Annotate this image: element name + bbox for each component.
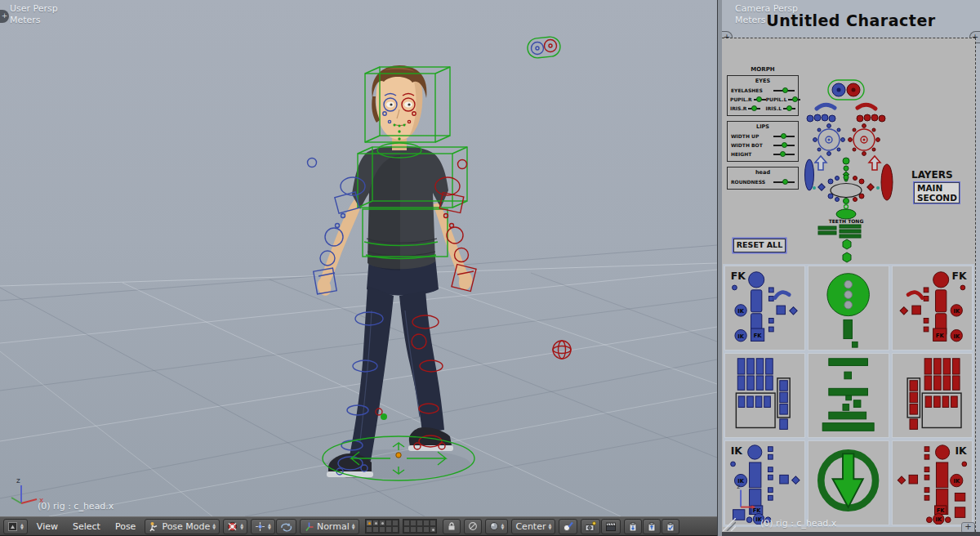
eye-controls[interactable] [813,124,880,156]
cell-root[interactable] [808,440,889,525]
layer-cell[interactable] [423,526,430,533]
chest-control[interactable] [829,359,868,366]
face-picker[interactable]: TEETH TONG [804,71,903,264]
chin-controls[interactable] [836,205,856,220]
layer-cell[interactable] [372,520,379,526]
finger-base-controls[interactable] [738,396,770,407]
teeth-tongue-controls[interactable] [818,225,861,262]
shoulder-control[interactable] [933,272,948,288]
layer-cell[interactable] [366,526,372,533]
layer-cell[interactable] [416,520,423,526]
reset-all-button[interactable]: RESET ALL [733,239,786,252]
layer-cell[interactable] [385,520,392,526]
menu-pose[interactable]: Pose [109,521,141,532]
layer-cell[interactable] [430,520,436,526]
spine1-control[interactable] [829,412,866,419]
snap-dropdown[interactable]: ▲▼ [485,519,509,534]
shading-dropdown[interactable]: ▲▼ [223,519,247,534]
pupil-l-slider[interactable] [788,99,800,100]
hip-control[interactable] [935,445,949,459]
menu-select[interactable]: Select [67,521,106,532]
menu-view[interactable]: View [31,521,64,532]
roundness-slider[interactable] [773,181,795,183]
layer-cell[interactable] [403,520,410,526]
thumb-controls[interactable] [780,381,788,430]
lock-button[interactable] [443,519,461,534]
layer-main[interactable]: MAIN [917,183,956,193]
thumb-controls[interactable] [910,381,918,430]
cell-leg-left[interactable]: IK IK FK [724,440,805,525]
upperarm-control[interactable] [751,290,761,312]
manipulator-mode-button[interactable] [276,519,296,534]
proportional-edit-button[interactable] [464,519,482,534]
layer-cell[interactable] [423,520,430,526]
orientation-dropdown[interactable]: Normal ▲▼ [300,519,359,534]
rig-sphere-control[interactable] [553,341,571,359]
layer-cell[interactable] [366,520,372,526]
layer-cell[interactable] [410,520,416,526]
cell-arm-right[interactable]: FK IK IK [892,266,973,351]
cell-fingers-left[interactable] [724,353,805,438]
height-slider[interactable] [773,154,795,155]
layer-cell[interactable] [392,520,399,526]
copy-pose-button[interactable] [624,519,642,534]
viewport-picker[interactable]: Camera Persp Meters Untitled Character +… [722,0,980,536]
hip-control[interactable] [748,445,762,459]
layer-cell[interactable] [410,526,416,533]
lips-title: LIPS [728,123,798,130]
thigh-control[interactable] [750,462,761,488]
paste-pose-button[interactable] [643,519,661,534]
finger-controls[interactable] [924,359,960,390]
foot-control[interactable] [955,507,964,518]
layer-cell[interactable] [392,526,399,533]
width-bot-slider[interactable] [773,145,795,146]
cell-head-neck[interactable] [808,266,889,351]
layer-cell[interactable] [385,526,392,533]
cell-fingers-right[interactable] [892,353,973,438]
layers-selector[interactable]: MAIN SECOND [913,181,960,204]
hips-control[interactable] [823,423,875,431]
layer-cell[interactable] [379,526,385,533]
layer-group-2[interactable] [403,519,437,534]
layer-group-1[interactable] [365,519,399,534]
iris-l-slider[interactable] [783,108,795,109]
spine2-control[interactable] [829,388,868,395]
editor-type-button[interactable]: ▲▼ [3,519,28,534]
width-up-slider[interactable] [773,136,795,137]
neck-control[interactable] [844,319,852,338]
upperarm-control[interactable] [935,290,946,312]
cell-leg-right[interactable]: IK IK FK [892,440,973,525]
eye-target-control[interactable] [828,80,864,100]
finger-base-controls[interactable] [925,396,957,407]
layer-cell[interactable] [416,526,423,533]
layer-cell[interactable] [379,520,385,526]
opengl-render-anim-button[interactable] [601,519,621,534]
layer-cell[interactable] [430,526,436,533]
pupil-r-slider[interactable] [754,99,766,100]
iris-r-slider[interactable] [748,108,760,109]
eyelashes-slider[interactable] [773,90,795,92]
layer-cell[interactable] [403,526,410,533]
rig-eye-target-control[interactable] [527,36,561,59]
mode-dropdown[interactable]: Pose Mode ▲▼ [145,519,220,534]
thigh-control[interactable] [936,462,947,488]
shoulder-control[interactable] [749,272,764,288]
morph-eyes-box: EYES EYELASHES PUPIL.R PUPIL.L IRIS.R [727,75,799,116]
paint-button[interactable] [559,519,577,534]
cell-spine[interactable] [808,353,889,438]
manipulator-dropdown[interactable]: ▲▼ [251,519,275,534]
active-bone-status: (0) rig : c_head.x [38,501,114,511]
layer-cell[interactable] [372,526,379,533]
mouth-controls[interactable] [813,175,880,204]
brow-controls[interactable] [807,105,885,122]
viewport-3d[interactable]: z x User Persp Meters + (0) rig : c_head… [0,0,717,536]
root-arrow-control[interactable] [833,453,863,507]
dropdown-arrows: ▲▼ [20,523,24,529]
pivot-dropdown[interactable]: Center ▲▼ [511,519,555,534]
cell-arm-left[interactable]: FK IK IK [724,266,805,351]
finger-controls[interactable] [737,359,773,390]
corner-grip[interactable] [723,518,736,531]
opengl-render-button[interactable] [581,519,600,534]
paste-flipped-pose-button[interactable] [662,519,679,534]
layer-second[interactable]: SECOND [917,193,956,203]
